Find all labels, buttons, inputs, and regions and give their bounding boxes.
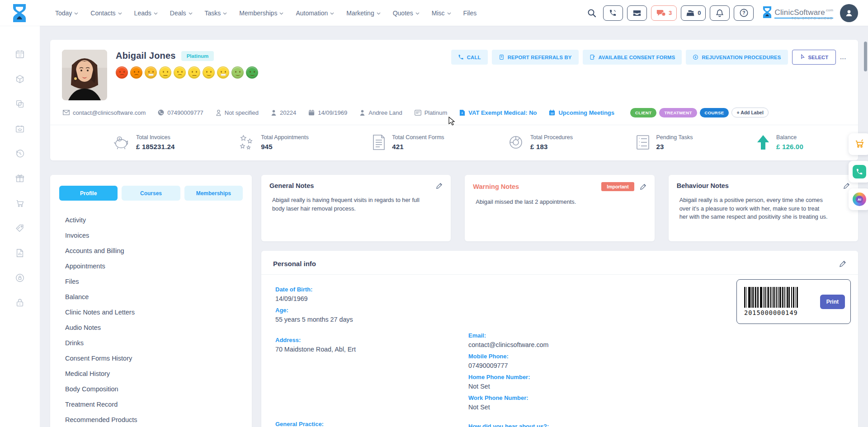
consent-forms-button[interactable]: AVAILABLE CONSENT FORMS (583, 50, 682, 65)
layers-icon[interactable] (15, 99, 25, 109)
calendar-icon[interactable]: 12 (15, 49, 25, 59)
svg-text:*: * (639, 137, 640, 140)
menu-item-recommended-products[interactable]: Recommended Products (59, 412, 243, 427)
edit-pencil-icon[interactable] (436, 183, 443, 189)
help-button[interactable]: ? (734, 5, 754, 21)
nav-label: Contacts (90, 9, 115, 17)
nav-item-automation[interactable]: Automation (296, 9, 334, 17)
client-id-item[interactable]: 20224 (271, 109, 296, 116)
nav-item-quotes[interactable]: Quotes (393, 9, 420, 17)
menu-item-accounts-billing[interactable]: Accounts and Billing (59, 243, 243, 258)
vat-exempt-item[interactable]: £VAT Exempt Medical: No (459, 109, 537, 116)
rejuvenation-procedures-button[interactable]: REJUVENATION PROCEDURES (686, 50, 788, 65)
mood-4-icon[interactable] (159, 66, 171, 79)
notifications-button[interactable] (710, 5, 730, 21)
appointment-basket-icon[interactable] (15, 124, 25, 134)
mood-1-icon[interactable] (116, 66, 128, 79)
personal-info-left-column: Date of Birth: 14/09/1969 Age: 55 years … (275, 286, 456, 427)
menu-item-appointments[interactable]: Appointments (59, 258, 243, 274)
inbox-button[interactable] (627, 5, 647, 21)
nav-item-misc[interactable]: Misc (432, 9, 451, 17)
menu-item-clinic-notes[interactable]: Clinic Notes and Letters (59, 305, 243, 320)
chat-bubbles-icon (656, 9, 666, 17)
menu-item-audio-notes[interactable]: Audio Notes (59, 320, 243, 335)
call-button[interactable]: CALL (451, 50, 488, 65)
menu-item-activity[interactable]: Activity (59, 212, 243, 228)
mood-3-icon[interactable] (145, 66, 157, 79)
mood-5-icon[interactable] (174, 66, 186, 79)
ai-assistant-button[interactable]: AI (849, 188, 868, 210)
nav-item-leads[interactable]: Leads (134, 9, 158, 17)
owner-item[interactable]: Andree Land (359, 109, 402, 116)
membership-item[interactable]: Platinum (415, 109, 448, 116)
nav-item-marketing[interactable]: Marketing (346, 9, 380, 17)
menu-item-balance[interactable]: Balance (59, 289, 243, 305)
menu-item-files[interactable]: Files (59, 274, 243, 289)
menu-item-drinks[interactable]: Drinks (59, 335, 243, 351)
tab-memberships[interactable]: Memberships (184, 186, 243, 201)
print-button[interactable]: Print (820, 295, 845, 309)
nav-label: Today (55, 9, 72, 17)
dob-item[interactable]: 14/09/1969 (308, 109, 347, 116)
tag-icon[interactable] (15, 223, 25, 233)
label-pills: CLIENT TREATMENT COURSE + Add Label (630, 108, 769, 117)
person-icon (844, 9, 854, 18)
user-avatar[interactable] (840, 4, 858, 22)
nav-item-files[interactable]: Files (463, 9, 477, 17)
more-options-button[interactable]: ... (840, 54, 846, 61)
mood-6-icon[interactable] (188, 66, 200, 79)
menu-item-invoices[interactable]: Invoices (59, 228, 243, 243)
mood-9-icon[interactable] (231, 66, 244, 79)
label-client[interactable]: CLIENT (630, 108, 656, 117)
mood-8-icon[interactable] (217, 66, 229, 79)
label-course[interactable]: COURSE (700, 108, 729, 117)
nav-item-today[interactable]: Today (55, 9, 78, 17)
phone-icon (609, 9, 617, 17)
package-icon[interactable] (15, 74, 25, 84)
dialer-button[interactable] (603, 5, 623, 21)
pos-button[interactable]: 0 (681, 5, 706, 21)
phone-item[interactable]: 07490009777 (158, 109, 203, 116)
tab-profile[interactable]: Profile (59, 186, 118, 201)
chat-button[interactable]: 3 (651, 5, 677, 21)
svg-text:*: * (639, 141, 640, 144)
mood-10-icon[interactable] (246, 66, 258, 79)
menu-item-body-composition[interactable]: Body Composition (59, 381, 243, 397)
report-icon[interactable] (15, 248, 25, 258)
nav-item-contacts[interactable]: Contacts (90, 9, 122, 17)
upcoming-meetings-item[interactable]: 12Upcoming Meetings (549, 109, 614, 116)
email-item[interactable]: contact@clinicsoftware.com (63, 109, 146, 116)
menu-item-medical-history[interactable]: Medical History (59, 366, 243, 381)
cart-icon[interactable] (15, 198, 25, 208)
history-icon[interactable] (15, 149, 25, 159)
edit-pencil-icon[interactable] (640, 183, 646, 190)
select-button[interactable]: SELECT (792, 50, 836, 65)
page-scrollbar[interactable] (864, 42, 867, 71)
mood-7-icon[interactable] (203, 66, 215, 79)
tab-courses[interactable]: Courses (122, 186, 180, 201)
gift-icon[interactable] (15, 174, 25, 183)
quick-cart-button[interactable] (849, 133, 868, 155)
edit-pencil-icon[interactable] (839, 260, 846, 267)
label-treatment[interactable]: TREATMENT (659, 108, 697, 117)
nav-item-memberships[interactable]: Memberships (239, 9, 283, 17)
app-logo-icon[interactable] (9, 4, 30, 23)
menu-item-treatment-record[interactable]: Treatment Record (59, 397, 243, 412)
main-content: Abigail Jones Platinum CALL REPORT REFER… (40, 26, 868, 427)
patient-actions: CALL REPORT REFERRALS BY AVAILABLE CONSE… (451, 50, 846, 65)
nav-item-tasks[interactable]: Tasks (205, 9, 227, 17)
lock-icon[interactable] (15, 298, 25, 308)
patient-photo[interactable] (62, 50, 107, 100)
nav-item-deals[interactable]: Deals (170, 9, 193, 17)
quick-call-button[interactable] (849, 161, 868, 183)
topbar-actions: 3 0 ? ClinicSoftware.com TEN STEPS AHEAD (587, 4, 868, 22)
search-icon[interactable] (587, 9, 596, 18)
procedures-icon (693, 54, 698, 60)
menu-item-consent-forms-history[interactable]: Consent Forms History (59, 351, 243, 366)
add-label-button[interactable]: + Add Label (731, 108, 768, 117)
report-referrals-button[interactable]: REPORT REFERRALS BY (492, 50, 579, 65)
mood-2-icon[interactable] (130, 66, 142, 79)
personal-info-right-column: Email: contact@clinicsoftware.com Mobile… (468, 332, 649, 427)
account-lock-icon[interactable] (15, 273, 25, 283)
gender-item[interactable]: Not specified (216, 109, 259, 116)
